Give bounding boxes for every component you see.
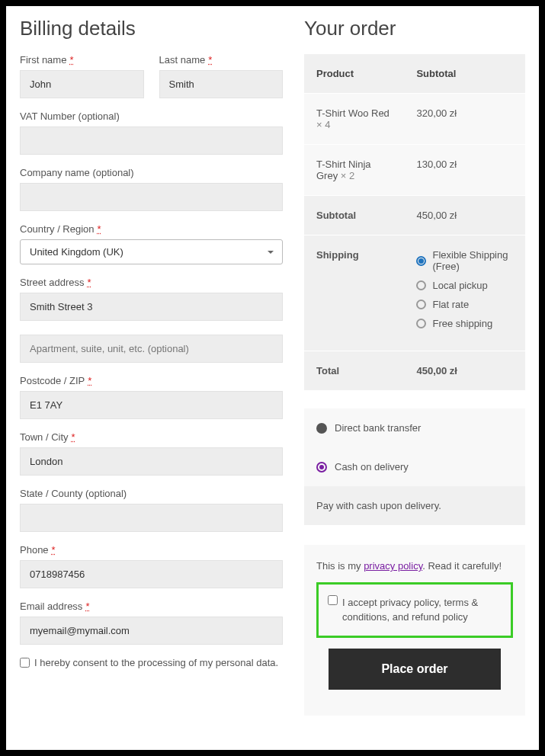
radio-icon: [416, 300, 426, 309]
shipping-option[interactable]: Flat rate: [416, 299, 513, 310]
street-input-2[interactable]: [20, 335, 283, 363]
consent-label: I hereby consent to the processing of my…: [34, 657, 278, 668]
radio-icon: [316, 423, 327, 434]
payment-description: Pay with cash upon delivery.: [304, 486, 525, 525]
total-value: 450,00 zł: [404, 351, 525, 391]
place-order-button[interactable]: Place order: [329, 649, 501, 690]
company-input[interactable]: [20, 183, 283, 211]
total-label: Total: [304, 351, 404, 391]
order-review-table: Product Subtotal T-Shirt Woo Red × 4 320…: [304, 54, 525, 390]
shipping-label: Shipping: [304, 235, 404, 351]
payment-methods: Direct bank transfer Cash on delivery Pa…: [304, 408, 525, 525]
subtotal-label: Subtotal: [304, 196, 404, 235]
th-product: Product: [304, 54, 404, 94]
last-name-label: Last name: [159, 54, 284, 66]
state-input[interactable]: [20, 504, 283, 532]
street-label: Street address: [20, 277, 283, 288]
privacy-policy-link[interactable]: privacy policy: [364, 560, 422, 572]
accept-terms-checkbox[interactable]: [328, 595, 338, 605]
table-row: T-Shirt Ninja Grey × 2 130,00 zł: [304, 145, 525, 196]
radio-icon: [416, 280, 426, 290]
country-label: Country / Region: [20, 223, 283, 235]
billing-heading: Billing details: [20, 17, 283, 40]
accept-terms-box: I accept privacy policy, terms & conditi…: [316, 582, 513, 638]
vat-label: VAT Number (optional): [20, 111, 283, 122]
radio-icon: [416, 319, 426, 328]
payment-option[interactable]: Cash on delivery: [304, 447, 525, 486]
your-order-heading: Your order: [304, 17, 525, 40]
subtotal-value: 450,00 zł: [404, 196, 525, 235]
privacy-notice: This is my privacy policy. Read it caref…: [304, 545, 525, 716]
vat-input[interactable]: [20, 127, 283, 155]
shipping-option[interactable]: Flexible Shipping (Free): [416, 249, 513, 272]
consent-checkbox[interactable]: [20, 658, 30, 668]
accept-terms-label: I accept privacy policy, terms & conditi…: [342, 595, 502, 625]
city-input[interactable]: [20, 447, 283, 476]
first-name-input[interactable]: [20, 70, 144, 98]
shipping-option[interactable]: Local pickup: [416, 280, 513, 291]
state-label: State / County (optional): [20, 488, 283, 499]
radio-icon: [416, 256, 426, 266]
phone-input[interactable]: [20, 560, 283, 588]
first-name-label: First name: [20, 54, 144, 66]
email-input[interactable]: [20, 617, 283, 645]
postcode-label: Postcode / ZIP: [20, 375, 283, 386]
city-label: Town / City: [20, 431, 283, 443]
radio-icon: [316, 462, 327, 472]
email-label: Email address: [20, 601, 283, 612]
shipping-option[interactable]: Free shipping: [416, 318, 513, 329]
table-row: T-Shirt Woo Red × 4 320,00 zł: [304, 94, 525, 145]
th-subtotal: Subtotal: [404, 54, 525, 94]
postcode-input[interactable]: [20, 391, 283, 419]
phone-label: Phone: [20, 544, 283, 556]
street-input-1[interactable]: [20, 293, 283, 321]
payment-option[interactable]: Direct bank transfer: [304, 408, 525, 447]
country-select[interactable]: United Kingdom (UK): [20, 239, 283, 264]
last-name-input[interactable]: [159, 70, 284, 98]
company-label: Company name (optional): [20, 167, 283, 178]
